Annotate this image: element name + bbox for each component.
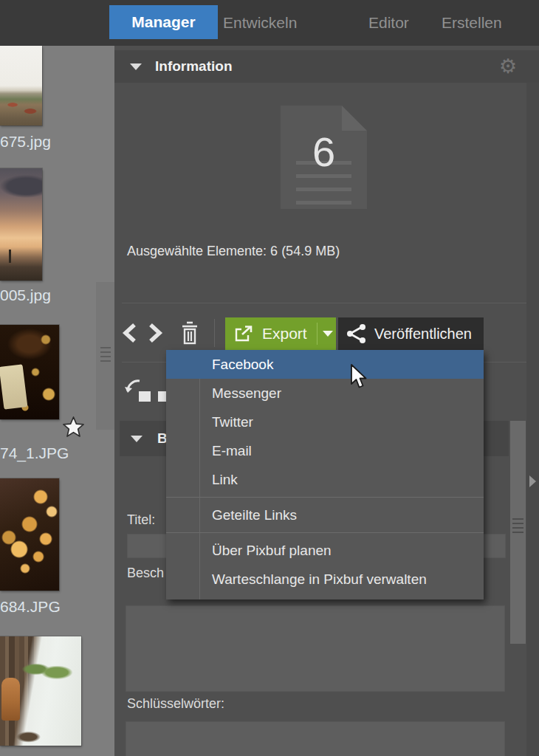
keywords-textarea[interactable] [126, 721, 505, 756]
panel-title: Information [155, 58, 233, 75]
menu-item-facebook[interactable]: Facebook [166, 350, 484, 379]
publish-label: Veröffentlichen [374, 326, 472, 343]
church-spire [9, 250, 11, 263]
chevron-right-icon [147, 322, 163, 344]
menu-item-ueber-pixbuf-planen[interactable]: Über Pixbuf planen [166, 536, 484, 565]
thumbnail-city[interactable] [0, 46, 42, 126]
menu-separator [166, 494, 484, 501]
menu-item-link[interactable]: Link [166, 465, 484, 494]
settings-gear-icon[interactable]: ⚙ [499, 56, 517, 76]
keywords-label: Schlüsselwörter: [127, 696, 224, 712]
filename-label: 74_1.JPG [0, 444, 69, 462]
thumbnail-sunset[interactable] [0, 168, 42, 281]
menu-item-messenger[interactable]: Messenger [166, 379, 484, 408]
thumbnail-bokeh[interactable] [0, 478, 59, 591]
filename-label: 684.JPG [0, 598, 61, 616]
menu-item-geteilte-links[interactable]: Geteilte Links [166, 501, 484, 529]
panel-right-margin [526, 83, 539, 756]
panel-splitter-handle[interactable] [96, 282, 114, 430]
export-label: Export [262, 325, 307, 343]
publish-dropdown-menu: Facebook Messenger Twitter E-mail Link G… [166, 350, 484, 599]
titel-label: Titel: [127, 512, 155, 528]
menu-item-warteschlange[interactable]: Warteschlange in Pixbuf verwalten [166, 565, 484, 594]
share-icon [346, 323, 368, 344]
publish-button[interactable]: Veröffentlichen [338, 317, 484, 350]
tab-editor[interactable]: Editor [368, 0, 409, 46]
filename-label: 005.jpg [0, 286, 51, 304]
export-split-divider [317, 323, 317, 345]
dog [1, 678, 20, 721]
trash-icon [179, 320, 200, 346]
separator [122, 303, 532, 303]
tab-manager[interactable]: Manager [109, 5, 218, 39]
collapse-arrow-icon[interactable] [130, 63, 142, 70]
menu-item-email[interactable]: E-mail [166, 436, 484, 465]
next-button[interactable] [145, 320, 165, 346]
chevron-left-icon [122, 322, 138, 344]
mouse-cursor [350, 364, 369, 391]
filename-label: 675.jpg [0, 133, 51, 151]
document-stack-icon: 6 [281, 106, 367, 209]
selected-elements-text: Ausgewählte Elemente: 6 (54.9 MB) [127, 244, 340, 259]
toolbar-divider [214, 319, 215, 347]
export-button[interactable]: Export [225, 317, 336, 350]
favorite-star-icon[interactable] [62, 416, 85, 439]
export-icon [233, 325, 253, 343]
menu-separator [166, 529, 484, 536]
previous-button[interactable] [120, 320, 140, 346]
panel-expander-arrow[interactable] [529, 475, 536, 487]
beschreibung-label: Besch [127, 566, 164, 581]
panel-scrollbar[interactable] [510, 421, 526, 644]
selection-count: 6 [281, 128, 367, 176]
top-tab-bar: Manager Entwickeln Editor Erstellen [0, 0, 539, 46]
collapse-arrow-icon[interactable] [131, 436, 143, 442]
beschreibung-textarea[interactable] [126, 605, 505, 692]
delete-button[interactable] [178, 318, 202, 348]
app-window: Manager Entwickeln Editor Erstellen 675.… [0, 0, 539, 756]
tab-erstellen[interactable]: Erstellen [442, 0, 502, 46]
export-dropdown-caret-icon[interactable] [323, 331, 333, 337]
information-panel-header[interactable]: Information ⚙ [114, 50, 539, 83]
rotate-square-icon [139, 391, 151, 402]
tab-entwickeln[interactable]: Entwickeln [223, 0, 297, 46]
menu-item-twitter[interactable]: Twitter [166, 408, 484, 436]
